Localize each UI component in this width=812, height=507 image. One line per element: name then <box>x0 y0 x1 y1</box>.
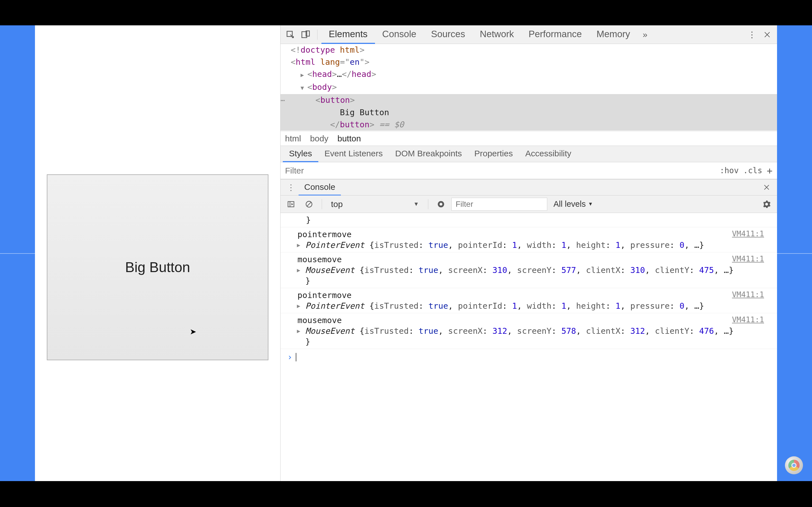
styles-filter-row: :hov .cls + <box>281 162 777 179</box>
kebab-menu-icon[interactable]: ⋮ <box>744 27 760 42</box>
tab-console[interactable]: Console <box>375 25 424 44</box>
console-drawer-header: ⋮ Console <box>281 179 777 195</box>
log-entry[interactable]: VM411:1mousemove▶MouseEvent {isTrusted: … <box>281 252 777 288</box>
log-entry[interactable]: VM411:1pointermove▶PointerEvent {isTrust… <box>281 288 777 313</box>
subtab-properties[interactable]: Properties <box>468 146 519 162</box>
tab-network[interactable]: Network <box>472 25 521 44</box>
cls-toggle[interactable]: .cls <box>743 166 762 175</box>
breadcrumb-button[interactable]: button <box>338 134 361 144</box>
live-expression-icon[interactable] <box>434 196 449 212</box>
console-prompt[interactable]: › <box>281 349 777 365</box>
tab-performance[interactable]: Performance <box>521 25 589 44</box>
log-source-link[interactable]: VM411:1 <box>732 314 764 325</box>
console-settings-icon[interactable] <box>759 196 774 212</box>
page-preview: Big Button ➤ <box>35 25 280 481</box>
subtab-event-listeners[interactable]: Event Listeners <box>318 146 389 162</box>
console-filter-input[interactable] <box>451 198 547 211</box>
big-button-label: Big Button <box>125 259 190 276</box>
more-tabs-icon[interactable]: » <box>638 27 653 42</box>
tab-sources[interactable]: Sources <box>424 25 472 44</box>
chevron-down-icon: ▼ <box>588 201 593 207</box>
svg-point-8 <box>440 203 442 206</box>
console-log[interactable]: }VM411:1pointermove▶PointerEvent {isTrus… <box>281 213 777 481</box>
drawer-tab-console[interactable]: Console <box>299 179 341 196</box>
devtools-panel: Elements Console Sources Network Perform… <box>280 25 777 481</box>
log-source-link[interactable]: VM411:1 <box>732 289 764 300</box>
log-source-link[interactable]: VM411:1 <box>732 228 764 239</box>
log-brace: } <box>281 213 777 227</box>
console-context-select[interactable]: top ▼ <box>327 198 423 211</box>
subtab-dom-breakpoints[interactable]: DOM Breakpoints <box>389 146 468 162</box>
styles-tab-bar: Styles Event Listeners DOM Breakpoints P… <box>281 146 777 162</box>
device-toggle-icon[interactable] <box>298 27 313 42</box>
console-toolbar: top ▼ All levels ▼ <box>281 195 777 213</box>
devtools-tab-bar: Elements Console Sources Network Perform… <box>281 25 777 44</box>
mouse-cursor-icon: ➤ <box>190 327 196 336</box>
close-devtools-icon[interactable] <box>760 27 775 42</box>
big-button[interactable]: Big Button ➤ <box>47 174 268 360</box>
breadcrumb-body[interactable]: body <box>310 134 328 144</box>
log-entry[interactable]: VM411:1pointermove▶PointerEvent {isTrust… <box>281 227 777 252</box>
subtab-styles[interactable]: Styles <box>283 146 318 162</box>
log-source-link[interactable]: VM411:1 <box>732 253 764 264</box>
dom-tree[interactable]: <!doctype html> <html lang="en"> ▶<head>… <box>281 44 777 131</box>
log-entry[interactable]: VM411:1mousemove▶MouseEvent {isTrusted: … <box>281 313 777 349</box>
console-sidebar-toggle-icon[interactable] <box>283 196 299 212</box>
subtab-accessibility[interactable]: Accessibility <box>519 146 577 162</box>
chevron-down-icon: ▼ <box>413 201 419 207</box>
close-drawer-icon[interactable] <box>759 180 774 195</box>
chrome-logo-icon <box>785 456 803 474</box>
tab-elements[interactable]: Elements <box>321 25 375 44</box>
inspect-icon[interactable] <box>283 27 298 42</box>
hov-toggle[interactable]: :hov <box>720 166 739 175</box>
drawer-menu-icon[interactable]: ⋮ <box>283 180 299 195</box>
tab-memory[interactable]: Memory <box>589 25 638 44</box>
styles-filter-input[interactable] <box>285 166 720 175</box>
breadcrumb: html body button <box>281 131 777 146</box>
console-levels-select[interactable]: All levels ▼ <box>550 200 596 209</box>
console-levels-label: All levels <box>553 200 586 209</box>
breadcrumb-html[interactable]: html <box>285 134 301 144</box>
console-context-value: top <box>331 200 343 209</box>
add-style-icon[interactable]: + <box>767 165 772 176</box>
svg-line-6 <box>307 202 311 206</box>
clear-console-icon[interactable] <box>301 196 317 212</box>
